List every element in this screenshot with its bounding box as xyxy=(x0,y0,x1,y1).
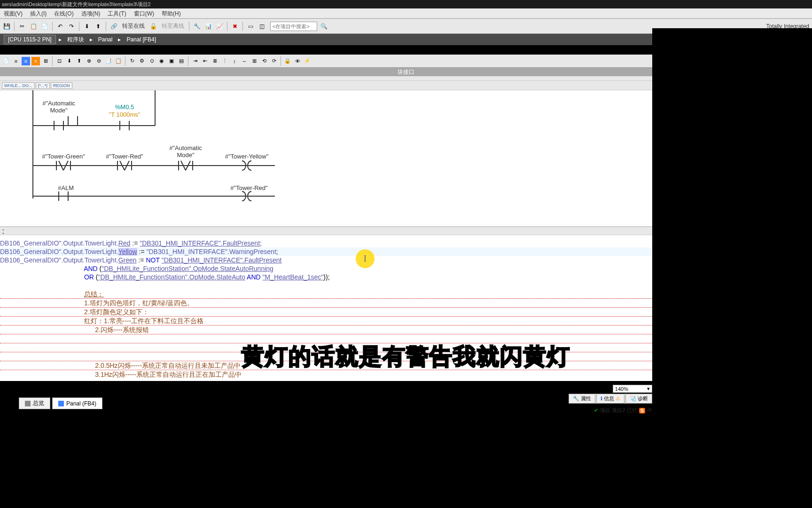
menu-bar: 视图(V) 插入(I) 在线(O) 选项(N) 工具(T) 窗口(W) 帮助(H… xyxy=(0,8,812,19)
et-icon[interactable]: ⊞ xyxy=(41,57,50,65)
title-bar: sers\admin\Desktop\temp\新建文件夹\template3\… xyxy=(0,0,812,8)
tab-properties[interactable]: 🔧属性 xyxy=(569,394,595,404)
lang-indicator[interactable]: 中 xyxy=(647,407,652,414)
zoom-selector[interactable]: 140% ▾ xyxy=(613,385,652,393)
label-auto-mode: #"Automatic Mode" xyxy=(40,100,78,114)
go-online-button[interactable]: 转至在线 xyxy=(120,22,147,30)
save-icon[interactable]: 💾 xyxy=(2,22,11,31)
et-icon[interactable]: ⚡ xyxy=(303,57,312,65)
tool-icon-3[interactable]: 📈 xyxy=(215,22,224,31)
menu-help[interactable]: 帮助(H) xyxy=(158,8,185,18)
et-icon[interactable]: ↻ xyxy=(128,57,136,65)
layout-icon-2[interactable]: ◫ xyxy=(257,22,266,31)
et-icon[interactable]: ▤ xyxy=(177,57,186,65)
tool-icon-2[interactable]: 📊 xyxy=(203,22,213,31)
copy-icon[interactable]: 📋 xyxy=(29,22,38,31)
go-offline-button: 转至离线 xyxy=(160,22,186,30)
et-icon[interactable]: 👁 xyxy=(293,57,302,65)
zoom-dropdown-icon[interactable]: ▾ xyxy=(647,386,650,392)
crumb-sep: ▸ xyxy=(87,36,95,43)
et-icon[interactable]: 📋 xyxy=(114,57,123,65)
et-icon[interactable]: 🔒 xyxy=(283,57,292,65)
et-outdent-icon[interactable]: ⇤ xyxy=(201,57,209,65)
label-tower-yellow: #"Tower-Yellow" xyxy=(223,153,270,160)
et-icon[interactable]: ≡ xyxy=(22,57,30,65)
download-icon[interactable]: ⬇ xyxy=(82,22,92,31)
separator xyxy=(189,22,189,31)
et-icon[interactable]: ≣ xyxy=(211,57,219,65)
et-icon[interactable]: ⋮ xyxy=(220,57,229,65)
et-icon[interactable]: ≡ xyxy=(12,57,20,65)
menu-options[interactable]: 选项(N) xyxy=(78,8,104,18)
et-icon[interactable]: ⊕ xyxy=(85,57,93,65)
label-auto-mode-2: #"Automatic Mode" xyxy=(164,144,207,159)
et-icon[interactable]: ▣ xyxy=(167,57,176,65)
separator xyxy=(52,22,53,31)
et-icon[interactable]: ⊖ xyxy=(94,57,103,65)
menu-view[interactable]: 视图(V) xyxy=(0,8,26,18)
unlink-icon[interactable]: 🔓 xyxy=(148,22,158,31)
separator xyxy=(242,22,243,31)
tool-icon-1[interactable]: 🔧 xyxy=(192,22,202,31)
et-icon[interactable]: ↔ xyxy=(240,57,249,65)
crumb-fb4[interactable]: Panal [FB4] xyxy=(124,36,159,43)
et-icon[interactable]: ↕ xyxy=(230,57,239,65)
crumb-blocks[interactable]: 程序块 xyxy=(64,36,87,44)
label-tower-green: #"Tower-Green" xyxy=(35,153,92,160)
cursor-highlight: I xyxy=(356,249,375,268)
properties-icon: 🔧 xyxy=(573,396,579,402)
link-icon[interactable]: 🔗 xyxy=(109,22,118,31)
et-icon[interactable]: 📑 xyxy=(104,57,113,65)
separator xyxy=(106,22,106,31)
tab-panal-fb4[interactable]: Panal (FB4) xyxy=(52,397,102,409)
separator xyxy=(281,56,281,66)
menu-online[interactable]: 在线(O) xyxy=(50,8,77,18)
et-indent-icon[interactable]: ⇥ xyxy=(191,57,199,65)
crumb-sep: ▸ xyxy=(115,36,124,43)
paste-icon[interactable]: 📄 xyxy=(40,22,49,31)
tab-comment[interactable]: (*...*) xyxy=(36,82,50,89)
tab-diagnostics[interactable]: 🩺诊断 xyxy=(625,394,652,404)
et-icon[interactable]: ⬇ xyxy=(65,57,73,65)
zoom-value: 140% xyxy=(615,386,628,392)
et-icon[interactable]: ◉ xyxy=(157,57,166,65)
cut-icon[interactable]: ✂ xyxy=(17,22,27,31)
et-icon[interactable]: ⟳ xyxy=(270,57,278,65)
project-search-input[interactable] xyxy=(270,22,317,31)
warning-icon: ⚠ xyxy=(616,396,620,402)
delete-icon[interactable]: ✖ xyxy=(230,22,240,31)
tab-info[interactable]: ℹ信息⚠ xyxy=(596,394,625,404)
undo-icon[interactable]: ↶ xyxy=(55,22,65,31)
et-icon[interactable]: ≡ xyxy=(31,57,40,65)
upload-icon[interactable]: ⬆ xyxy=(94,22,103,31)
menu-tools[interactable]: 工具(T) xyxy=(104,8,130,18)
label-m05: %M0.5 xyxy=(110,103,139,111)
editor-tabs: 总览 Panal (FB4) xyxy=(19,397,102,409)
ime-icon[interactable]: S xyxy=(639,408,645,413)
search-go-icon[interactable]: 🔍 xyxy=(319,22,328,31)
layout-icon-1[interactable]: ▭ xyxy=(246,22,255,31)
redo-icon[interactable]: ↷ xyxy=(67,22,76,31)
crumb-sep: ▸ xyxy=(56,36,64,43)
separator xyxy=(188,56,188,66)
crumb-cpu[interactable]: [CPU 1515-2 PN] xyxy=(4,35,56,44)
info-icon: ℹ xyxy=(601,396,602,402)
menu-window[interactable]: 窗口(W) xyxy=(130,8,158,18)
tab-region[interactable]: REGION xyxy=(51,82,72,89)
et-icon[interactable]: ⊙ xyxy=(148,57,156,65)
separator xyxy=(125,56,125,66)
et-icon[interactable]: ⬆ xyxy=(75,57,83,65)
et-icon[interactable]: 📄 xyxy=(2,57,10,65)
et-icon[interactable]: ⊞ xyxy=(250,57,258,65)
et-icon[interactable]: ⟲ xyxy=(260,57,268,65)
right-panel-blackout xyxy=(652,28,812,508)
et-icon[interactable]: ⚙ xyxy=(138,57,146,65)
crumb-panal[interactable]: Panal xyxy=(95,36,116,43)
menu-insert[interactable]: 插入(I) xyxy=(26,8,50,18)
separator xyxy=(14,22,15,31)
tab-while-do[interactable]: WHILE... DO... xyxy=(2,82,35,89)
label-tower-red-2: #"Tower-Red" xyxy=(226,184,273,191)
tab-overview[interactable]: 总览 xyxy=(19,397,50,409)
et-icon[interactable]: ⊡ xyxy=(55,57,63,65)
inspector-tabs: 🔧属性 ℹ信息⚠ 🩺诊断 xyxy=(569,394,652,404)
